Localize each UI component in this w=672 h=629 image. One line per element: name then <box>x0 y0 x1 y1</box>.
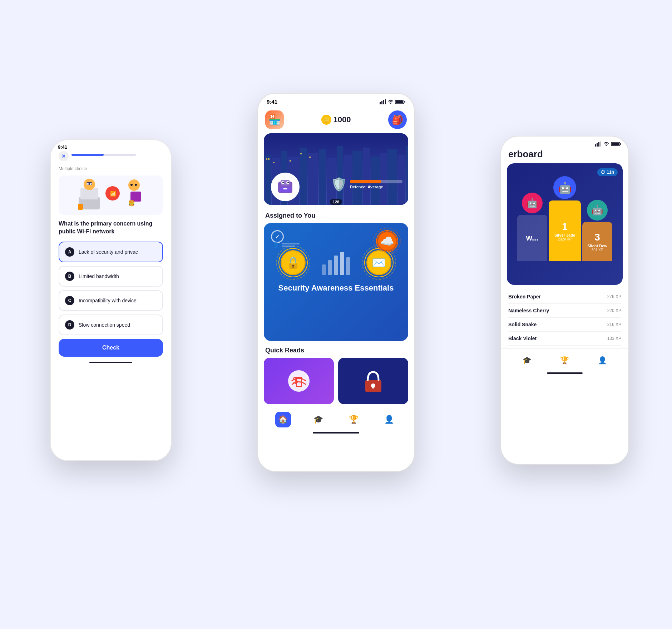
lb-xp-4: 133 XP <box>607 336 621 341</box>
svg-rect-57 <box>283 188 287 189</box>
lb-xp-1: 276 XP <box>607 294 621 299</box>
leaderboard-list: Broken Paper 276 XP Nameless Cherry 220 … <box>501 290 628 346</box>
svg-text:🍔: 🍔 <box>128 200 135 207</box>
option-b[interactable]: B Limited bandwidth <box>59 266 163 287</box>
podium-person-2nd: 🤖 w... <box>517 193 547 261</box>
center-time: 9:41 <box>267 99 277 105</box>
lock-dark-svg <box>357 365 389 397</box>
svg-rect-35 <box>337 146 343 205</box>
option-d[interactable]: D Slow connection speed <box>59 314 163 335</box>
tab-learn[interactable]: 🎓 <box>311 412 326 427</box>
rank-1-name: Silver Jade <box>554 233 575 237</box>
svg-text:↗: ↗ <box>302 373 309 382</box>
left-time: 9:41 <box>58 144 67 150</box>
lock-icon: 🔒 <box>281 250 306 275</box>
lb-row-2[interactable]: Nameless Cherry 220 XP <box>508 304 621 318</box>
robot-avatar-svg <box>275 176 296 198</box>
account-area: 👤 <box>272 242 300 248</box>
defence-bar-fill <box>350 180 381 183</box>
lb-row-1[interactable]: Broken Paper 276 XP <box>508 290 621 304</box>
svg-rect-23 <box>396 100 403 103</box>
envelope-icon: ✉️ <box>366 250 391 275</box>
right-tab-trophy[interactable]: 🏆 <box>557 352 573 368</box>
quiz-illustration: ⊘ 📶 🍔 <box>59 175 163 215</box>
option-a-text: Lack of security and privac <box>79 249 138 255</box>
svg-point-14 <box>130 184 133 186</box>
svg-text:📶: 📶 <box>110 191 117 197</box>
left-phone: 9:41 ✕ Multiple choice <box>50 139 172 461</box>
svg-point-15 <box>135 184 137 186</box>
svg-rect-65 <box>595 144 596 147</box>
svg-rect-33 <box>319 149 326 205</box>
option-b-text: Limited bandwidth <box>79 273 119 279</box>
svg-rect-27 <box>265 155 271 205</box>
bag-icon[interactable]: 🎒 <box>388 110 407 129</box>
svg-point-12 <box>128 179 140 191</box>
option-a[interactable]: A Lack of security and privac <box>59 242 163 262</box>
svg-rect-67 <box>598 142 599 147</box>
svg-rect-8 <box>78 204 83 210</box>
cloud-icon: ☁️ <box>377 231 397 251</box>
rank-3-number: 3 <box>594 232 600 243</box>
coin-icon: 🪙 <box>321 115 331 125</box>
assigned-section-title: Assigned to You <box>258 209 414 223</box>
svg-rect-19 <box>383 100 384 104</box>
shield-icon: 🛡️ <box>331 177 347 192</box>
account-icon: 👤 <box>272 242 280 248</box>
lb-row-4[interactable]: Black Violet 133 XP <box>508 332 621 346</box>
check-button[interactable]: Check <box>59 339 163 357</box>
close-button[interactable]: ✕ <box>59 151 69 161</box>
svg-rect-31 <box>300 148 307 205</box>
timer-badge: ⏱ 11h <box>597 168 618 176</box>
home-indicator-right <box>547 372 583 374</box>
center-tab-bar: 🏠 🎓 🏆 👤 <box>258 408 414 430</box>
multiple-choice-label: Multiple choice <box>59 166 163 171</box>
left-status-bar: 9:41 <box>51 140 171 151</box>
coin-area: 🪙 1000 <box>321 115 351 125</box>
quick-card-2[interactable] <box>338 358 408 404</box>
svg-point-54 <box>282 182 284 183</box>
coin-count: 1000 <box>333 115 351 124</box>
home-indicator-center <box>313 432 359 434</box>
lb-row-3[interactable]: Solid Snake 216 XP <box>508 318 621 332</box>
rank-3-name: Silent Dew <box>587 244 607 248</box>
quick-card-1[interactable]: $ ↙ ↗ <box>264 358 334 404</box>
course-card[interactable]: ✓ 🔒 <box>264 223 408 341</box>
svg-rect-64 <box>372 386 374 388</box>
right-tab-profile[interactable]: 👤 <box>594 352 610 368</box>
defence-area: 🛡️ Defence: Average <box>331 177 402 194</box>
illustration-svg: ⊘ 📶 🍔 <box>75 177 147 213</box>
svg-rect-71 <box>612 143 619 145</box>
course-check-icon: ✓ <box>271 230 284 243</box>
character-card: 128 🛡️ Defence: Average <box>264 133 408 205</box>
clock-icon: ⏱ <box>601 170 605 175</box>
svg-rect-45 <box>268 158 270 160</box>
right-phone: erboard ⏱ 11h 🤖 w... 🤖 <box>500 136 629 465</box>
right-tab-learn[interactable]: 🎓 <box>519 352 535 368</box>
center-status-bar: 9:41 <box>258 94 414 108</box>
right-status-bar <box>501 137 628 149</box>
svg-rect-20 <box>385 99 386 104</box>
course-title: Security Awareness Essentials <box>271 283 401 293</box>
center-phone: 9:41 🏪 🪙 1000 🎒 <box>257 93 415 472</box>
svg-rect-32 <box>308 153 318 205</box>
tab-home[interactable]: 🏠 <box>275 412 291 427</box>
svg-rect-38 <box>363 148 370 205</box>
option-c[interactable]: C Incompatibility with device <box>59 290 163 311</box>
right-tab-bar: 🎓 🏆 👤 <box>501 348 628 370</box>
svg-rect-26 <box>264 162 265 205</box>
svg-point-21 <box>390 103 391 104</box>
lb-name-4: Black Violet <box>508 336 537 341</box>
lock-icon-wrapper: 🔒 <box>277 247 309 279</box>
leaderboard-title: erboard <box>501 149 628 163</box>
battery-icon <box>395 99 405 104</box>
tab-profile[interactable]: 👤 <box>381 412 397 427</box>
svg-rect-46 <box>273 162 275 163</box>
option-d-text: Slow connection speed <box>79 322 130 328</box>
tab-trophy[interactable]: 🏆 <box>346 412 362 427</box>
shop-icon[interactable]: 🏪 <box>265 110 284 129</box>
right-signal-icon <box>595 142 601 147</box>
lb-name-3: Solid Snake <box>508 322 537 327</box>
option-b-letter: B <box>65 272 74 281</box>
svg-rect-72 <box>620 143 621 145</box>
